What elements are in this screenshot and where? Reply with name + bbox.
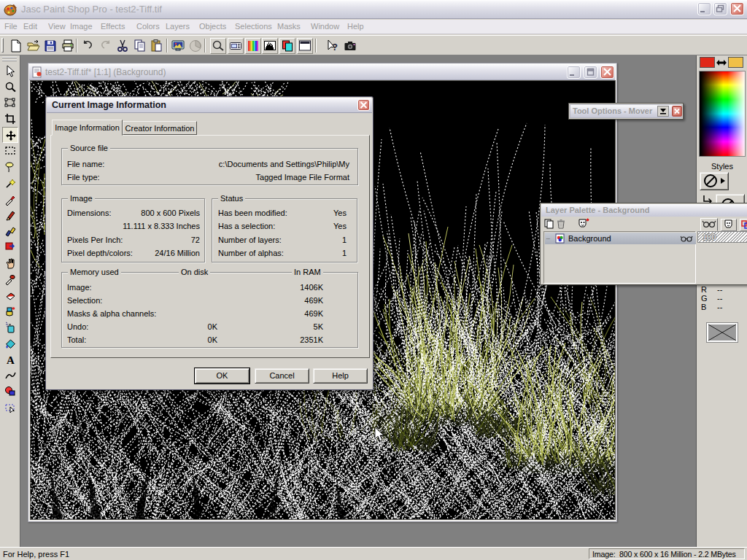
svg-text:?: ?	[332, 42, 338, 52]
svg-text:A: A	[7, 354, 15, 366]
